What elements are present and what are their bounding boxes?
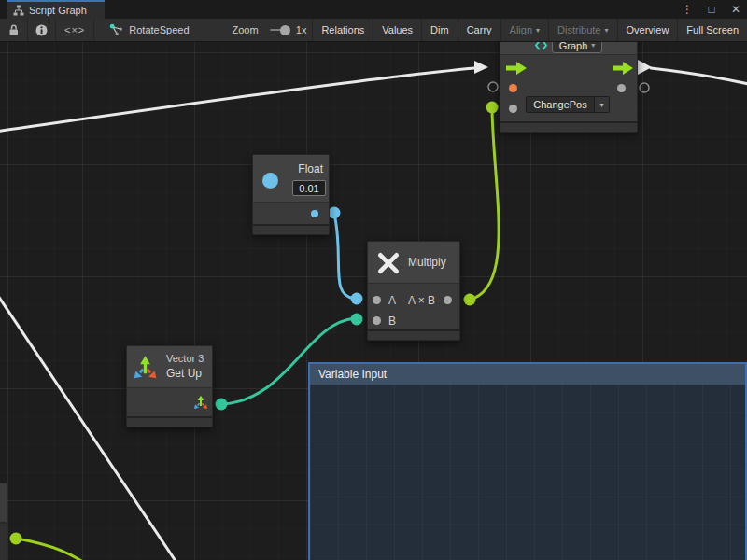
wire-lime-bottom [17, 539, 92, 560]
zoom-level: 1x [290, 19, 314, 41]
vector-op-label: Get Up [166, 367, 202, 380]
port-dot-teal-out [216, 399, 228, 411]
wire-white-in [0, 68, 474, 132]
node-multiply-footer [368, 329, 459, 340]
titlebar: Script Graph ⋮ □ ✕ [0, 0, 747, 19]
toolbar: <×> RotateSpeed Zoom 1x Relations Values… [0, 19, 747, 42]
code-view-button[interactable]: <×> [56, 19, 94, 41]
variable-input-header[interactable]: Variable Input [310, 364, 745, 385]
node-offscreen-left-body[interactable] [0, 523, 7, 560]
chevron-down-icon: ▾ [536, 26, 540, 35]
graph-name-label: RotateSpeed [129, 24, 189, 35]
vector3-output-port[interactable] [193, 395, 208, 410]
float-output-port[interactable] [311, 210, 318, 217]
chevron-down-icon: ▾ [605, 26, 609, 35]
lock-button[interactable] [0, 19, 28, 41]
wire-blue [334, 214, 355, 299]
vector3-icon [133, 355, 158, 380]
multiply-a-label: A [388, 294, 396, 307]
wire-white-out [651, 68, 747, 85]
port-dot-teal-in [351, 314, 363, 326]
fullscreen-button[interactable]: Full Screen [678, 19, 747, 41]
port-ring-left [488, 82, 498, 91]
multiply-b-label: B [388, 315, 396, 328]
maximize-icon[interactable]: □ [704, 0, 719, 19]
multiply-icon [376, 251, 401, 275]
window-controls: ⋮ □ ✕ [680, 0, 743, 19]
variable-input-title: Variable Input [318, 368, 387, 381]
values-button[interactable]: Values [374, 19, 422, 41]
node-float-footer [253, 224, 329, 234]
node-vector3-getup[interactable]: Vector 3 Get Up [126, 345, 213, 427]
node-graph[interactable]: Graph ▾ ChangePos ▾ [500, 42, 638, 133]
variable-input-panel[interactable]: Variable Input [308, 362, 747, 560]
float-type-icon [262, 173, 278, 189]
node-float-header[interactable]: Float 0.01 [253, 155, 329, 203]
tab-label: Script Graph [29, 5, 87, 16]
zoom-label: Zoom [225, 19, 266, 41]
tab-script-graph[interactable]: Script Graph [7, 0, 105, 19]
kebab-menu-icon[interactable]: ⋮ [680, 0, 695, 19]
wire-arrowhead-out [638, 60, 652, 75]
port-dot-lime [486, 102, 499, 114]
info-button[interactable] [28, 19, 56, 41]
port-dot-lime-out [464, 294, 476, 306]
graph-node-icon [109, 23, 123, 36]
node-offscreen-left[interactable] [0, 483, 7, 523]
node-multiply[interactable]: Multiply A A × B B [367, 241, 460, 341]
float-value-input[interactable]: 0.01 [292, 180, 326, 196]
multiply-b-port[interactable] [373, 316, 381, 325]
changepos-dropdown[interactable]: ChangePos ▾ [526, 96, 610, 113]
wire-lime [470, 111, 499, 300]
zoom-slider-handle[interactable] [280, 25, 290, 35]
graph-selector[interactable]: Graph ▾ [552, 42, 603, 53]
port-dot-blue-in [351, 293, 363, 305]
script-graph-window: Script Graph ⋮ □ ✕ [0, 0, 747, 560]
float-title: Float [298, 162, 323, 175]
dim-button[interactable]: Dim [422, 19, 458, 41]
align-button[interactable]: Align ▾ [501, 19, 549, 41]
multiply-result-port[interactable] [444, 296, 452, 304]
distribute-button[interactable]: Distribute ▾ [549, 19, 617, 41]
node-multiply-header[interactable]: Multiply [368, 242, 459, 284]
flow-output-port[interactable] [613, 62, 633, 75]
graph-unit-icon [535, 42, 547, 50]
lock-icon [7, 23, 20, 36]
chevron-down-icon[interactable]: ▾ [595, 96, 610, 113]
wire-arrowhead-in [474, 61, 488, 74]
flow-input-port[interactable] [506, 62, 527, 75]
graph-hierarchy-icon [13, 5, 24, 16]
value-input-port-gray[interactable] [509, 105, 517, 113]
vector-type-label: Vector 3 [166, 353, 204, 364]
node-float[interactable]: Float 0.01 [252, 154, 330, 235]
carry-button[interactable]: Carry [458, 19, 501, 41]
graph-breadcrumb[interactable]: RotateSpeed [102, 19, 196, 41]
chevron-down-icon: ▾ [591, 42, 595, 49]
graph-canvas[interactable]: Variable Input [0, 42, 747, 560]
value-input-port-orange[interactable] [509, 84, 517, 92]
multiply-a-port[interactable] [373, 296, 381, 304]
node-graph-header[interactable]: Graph ▾ [500, 42, 637, 55]
node-vector-footer [127, 416, 212, 427]
zoom-slider[interactable] [270, 29, 287, 31]
node-vector-header[interactable]: Vector 3 Get Up [127, 346, 212, 388]
port-ring-right [640, 83, 649, 92]
code-icon: <×> [64, 24, 85, 35]
close-icon[interactable]: ✕ [728, 0, 743, 19]
variable-input-body[interactable] [310, 385, 745, 560]
port-dot-lime-left [10, 533, 22, 545]
multiply-result-label: A × B [408, 294, 435, 307]
relations-button[interactable]: Relations [313, 19, 374, 41]
overview-button[interactable]: Overview [618, 19, 679, 41]
value-output-port[interactable] [617, 84, 626, 92]
multiply-title: Multiply [408, 256, 446, 269]
info-icon [35, 24, 48, 36]
port-dot-blue-out [329, 207, 341, 219]
node-graph-footer [500, 121, 637, 132]
